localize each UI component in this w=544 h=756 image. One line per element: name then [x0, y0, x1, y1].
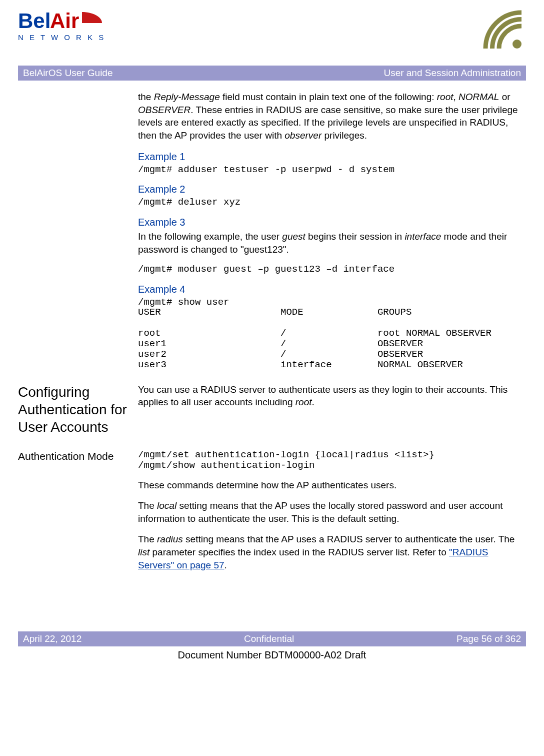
example-2-code: /mgmt# deluser xyz — [138, 197, 526, 208]
header-left: BelAirOS User Guide — [23, 68, 113, 79]
section-intro: You can use a RADIUS server to authentic… — [138, 383, 526, 409]
section-heading: Configuring Authentication for User Acco… — [18, 383, 138, 436]
footer-page: Page 56 of 362 — [456, 633, 521, 644]
auth-commands: /mgmt/set authentication-login {local|ra… — [138, 450, 526, 471]
auth-p2: The local setting means that the AP uses… — [138, 499, 526, 525]
header-right: User and Session Administration — [384, 68, 521, 79]
header-logos: Bel Air N E T W O R K S — [18, 8, 526, 56]
example-1-heading: Example 1 — [138, 150, 526, 164]
auth-p1: These commands determine how the AP auth… — [138, 479, 526, 492]
example-3-code: /mgmt# moduser guest –p guest123 –d inte… — [138, 264, 526, 275]
example-4-heading: Example 4 — [138, 283, 526, 296]
document-number: Document Number BDTM00000-A02 Draft — [18, 649, 526, 661]
footer-date: April 22, 2012 — [23, 633, 82, 644]
example-1-code: /mgmt# adduser testuser -p userpwd - d s… — [138, 165, 526, 175]
footer-confidential: Confidential — [244, 633, 294, 644]
svg-text:N E T W O R K S: N E T W O R K S — [18, 33, 106, 42]
example-4-output: /mgmt# show user USER MODE GROUPS root /… — [138, 297, 526, 370]
header-bar: BelAirOS User Guide User and Session Adm… — [18, 66, 526, 81]
example-3-text: In the following example, the user guest… — [138, 230, 526, 256]
intro-paragraph: the Reply-Message field must contain in … — [138, 91, 526, 142]
decorative-icon — [466, 8, 526, 56]
belair-logo: Bel Air N E T W O R K S — [18, 8, 113, 51]
auth-p3: The radius setting means that the AP use… — [138, 533, 526, 571]
svg-text:Bel: Bel — [18, 9, 50, 33]
footer-bar: April 22, 2012 Confidential Page 56 of 3… — [18, 631, 526, 646]
svg-point-3 — [512, 40, 522, 49]
auth-mode-heading: Authentication Mode — [18, 450, 138, 580]
example-2-heading: Example 2 — [138, 183, 526, 196]
example-3-heading: Example 3 — [138, 216, 526, 229]
svg-text:Air: Air — [50, 9, 79, 33]
